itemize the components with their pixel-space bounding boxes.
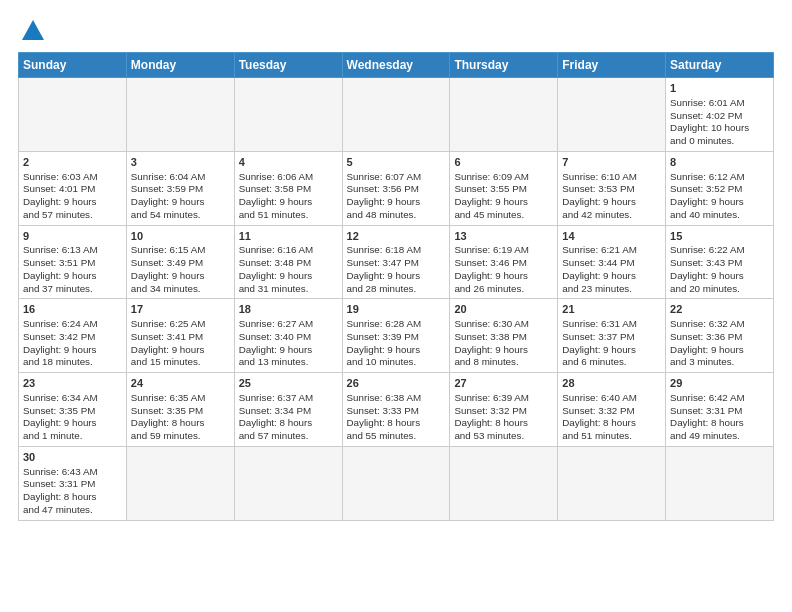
day-number: 7 [562,155,661,170]
day-info: Sunrise: 6:10 AM Sunset: 3:53 PM Dayligh… [562,171,661,222]
calendar-day-cell [666,446,774,520]
weekday-header-row: SundayMondayTuesdayWednesdayThursdayFrid… [19,53,774,78]
day-info: Sunrise: 6:19 AM Sunset: 3:46 PM Dayligh… [454,244,553,295]
page: SundayMondayTuesdayWednesdayThursdayFrid… [0,0,792,612]
day-info: Sunrise: 6:30 AM Sunset: 3:38 PM Dayligh… [454,318,553,369]
day-number: 8 [670,155,769,170]
calendar-day-cell [126,446,234,520]
calendar-week-row: 9Sunrise: 6:13 AM Sunset: 3:51 PM Daylig… [19,225,774,299]
svg-marker-0 [22,20,44,40]
calendar-day-cell [558,446,666,520]
day-info: Sunrise: 6:24 AM Sunset: 3:42 PM Dayligh… [23,318,122,369]
day-info: Sunrise: 6:09 AM Sunset: 3:55 PM Dayligh… [454,171,553,222]
day-number: 29 [670,376,769,391]
calendar-day-cell: 2Sunrise: 6:03 AM Sunset: 4:01 PM Daylig… [19,151,127,225]
day-info: Sunrise: 6:06 AM Sunset: 3:58 PM Dayligh… [239,171,338,222]
day-info: Sunrise: 6:28 AM Sunset: 3:39 PM Dayligh… [347,318,446,369]
day-number: 26 [347,376,446,391]
day-number: 14 [562,229,661,244]
day-number: 11 [239,229,338,244]
day-number: 25 [239,376,338,391]
logo [18,18,46,44]
day-number: 9 [23,229,122,244]
day-info: Sunrise: 6:03 AM Sunset: 4:01 PM Dayligh… [23,171,122,222]
day-info: Sunrise: 6:34 AM Sunset: 3:35 PM Dayligh… [23,392,122,443]
calendar-week-row: 16Sunrise: 6:24 AM Sunset: 3:42 PM Dayli… [19,299,774,373]
day-info: Sunrise: 6:31 AM Sunset: 3:37 PM Dayligh… [562,318,661,369]
day-info: Sunrise: 6:01 AM Sunset: 4:02 PM Dayligh… [670,97,769,148]
calendar-day-cell: 23Sunrise: 6:34 AM Sunset: 3:35 PM Dayli… [19,373,127,447]
logo-icon [20,18,46,44]
day-info: Sunrise: 6:39 AM Sunset: 3:32 PM Dayligh… [454,392,553,443]
day-info: Sunrise: 6:04 AM Sunset: 3:59 PM Dayligh… [131,171,230,222]
day-info: Sunrise: 6:32 AM Sunset: 3:36 PM Dayligh… [670,318,769,369]
day-info: Sunrise: 6:22 AM Sunset: 3:43 PM Dayligh… [670,244,769,295]
calendar-day-cell [234,78,342,152]
day-number: 4 [239,155,338,170]
day-number: 2 [23,155,122,170]
calendar-day-cell [342,446,450,520]
calendar-day-cell: 20Sunrise: 6:30 AM Sunset: 3:38 PM Dayli… [450,299,558,373]
calendar-day-cell: 12Sunrise: 6:18 AM Sunset: 3:47 PM Dayli… [342,225,450,299]
day-number: 21 [562,302,661,317]
calendar-day-cell: 5Sunrise: 6:07 AM Sunset: 3:56 PM Daylig… [342,151,450,225]
weekday-header-sunday: Sunday [19,53,127,78]
calendar-day-cell: 22Sunrise: 6:32 AM Sunset: 3:36 PM Dayli… [666,299,774,373]
day-number: 27 [454,376,553,391]
calendar-day-cell: 11Sunrise: 6:16 AM Sunset: 3:48 PM Dayli… [234,225,342,299]
weekday-header-friday: Friday [558,53,666,78]
day-number: 18 [239,302,338,317]
day-number: 30 [23,450,122,465]
calendar-day-cell: 4Sunrise: 6:06 AM Sunset: 3:58 PM Daylig… [234,151,342,225]
day-number: 16 [23,302,122,317]
calendar-day-cell: 6Sunrise: 6:09 AM Sunset: 3:55 PM Daylig… [450,151,558,225]
calendar-day-cell: 28Sunrise: 6:40 AM Sunset: 3:32 PM Dayli… [558,373,666,447]
day-number: 15 [670,229,769,244]
day-number: 12 [347,229,446,244]
day-info: Sunrise: 6:43 AM Sunset: 3:31 PM Dayligh… [23,466,122,517]
calendar-day-cell: 13Sunrise: 6:19 AM Sunset: 3:46 PM Dayli… [450,225,558,299]
calendar-day-cell [234,446,342,520]
calendar-day-cell [450,78,558,152]
day-info: Sunrise: 6:37 AM Sunset: 3:34 PM Dayligh… [239,392,338,443]
calendar-day-cell [450,446,558,520]
day-info: Sunrise: 6:21 AM Sunset: 3:44 PM Dayligh… [562,244,661,295]
calendar-week-row: 1Sunrise: 6:01 AM Sunset: 4:02 PM Daylig… [19,78,774,152]
calendar-day-cell: 14Sunrise: 6:21 AM Sunset: 3:44 PM Dayli… [558,225,666,299]
calendar-week-row: 23Sunrise: 6:34 AM Sunset: 3:35 PM Dayli… [19,373,774,447]
calendar-day-cell: 26Sunrise: 6:38 AM Sunset: 3:33 PM Dayli… [342,373,450,447]
calendar-day-cell [19,78,127,152]
day-info: Sunrise: 6:15 AM Sunset: 3:49 PM Dayligh… [131,244,230,295]
calendar-day-cell: 21Sunrise: 6:31 AM Sunset: 3:37 PM Dayli… [558,299,666,373]
day-number: 17 [131,302,230,317]
calendar-day-cell: 17Sunrise: 6:25 AM Sunset: 3:41 PM Dayli… [126,299,234,373]
calendar-day-cell: 7Sunrise: 6:10 AM Sunset: 3:53 PM Daylig… [558,151,666,225]
calendar-day-cell: 24Sunrise: 6:35 AM Sunset: 3:35 PM Dayli… [126,373,234,447]
day-info: Sunrise: 6:25 AM Sunset: 3:41 PM Dayligh… [131,318,230,369]
day-info: Sunrise: 6:12 AM Sunset: 3:52 PM Dayligh… [670,171,769,222]
calendar-day-cell: 30Sunrise: 6:43 AM Sunset: 3:31 PM Dayli… [19,446,127,520]
calendar: SundayMondayTuesdayWednesdayThursdayFrid… [18,52,774,521]
calendar-day-cell: 27Sunrise: 6:39 AM Sunset: 3:32 PM Dayli… [450,373,558,447]
calendar-day-cell: 29Sunrise: 6:42 AM Sunset: 3:31 PM Dayli… [666,373,774,447]
calendar-day-cell: 3Sunrise: 6:04 AM Sunset: 3:59 PM Daylig… [126,151,234,225]
calendar-day-cell: 10Sunrise: 6:15 AM Sunset: 3:49 PM Dayli… [126,225,234,299]
calendar-day-cell: 18Sunrise: 6:27 AM Sunset: 3:40 PM Dayli… [234,299,342,373]
day-number: 10 [131,229,230,244]
calendar-day-cell [558,78,666,152]
weekday-header-thursday: Thursday [450,53,558,78]
day-info: Sunrise: 6:42 AM Sunset: 3:31 PM Dayligh… [670,392,769,443]
calendar-day-cell: 19Sunrise: 6:28 AM Sunset: 3:39 PM Dayli… [342,299,450,373]
day-number: 24 [131,376,230,391]
day-number: 20 [454,302,553,317]
day-number: 6 [454,155,553,170]
day-number: 5 [347,155,446,170]
calendar-day-cell: 15Sunrise: 6:22 AM Sunset: 3:43 PM Dayli… [666,225,774,299]
calendar-day-cell: 8Sunrise: 6:12 AM Sunset: 3:52 PM Daylig… [666,151,774,225]
day-number: 22 [670,302,769,317]
day-info: Sunrise: 6:18 AM Sunset: 3:47 PM Dayligh… [347,244,446,295]
calendar-day-cell: 1Sunrise: 6:01 AM Sunset: 4:02 PM Daylig… [666,78,774,152]
day-info: Sunrise: 6:38 AM Sunset: 3:33 PM Dayligh… [347,392,446,443]
day-info: Sunrise: 6:13 AM Sunset: 3:51 PM Dayligh… [23,244,122,295]
day-info: Sunrise: 6:27 AM Sunset: 3:40 PM Dayligh… [239,318,338,369]
